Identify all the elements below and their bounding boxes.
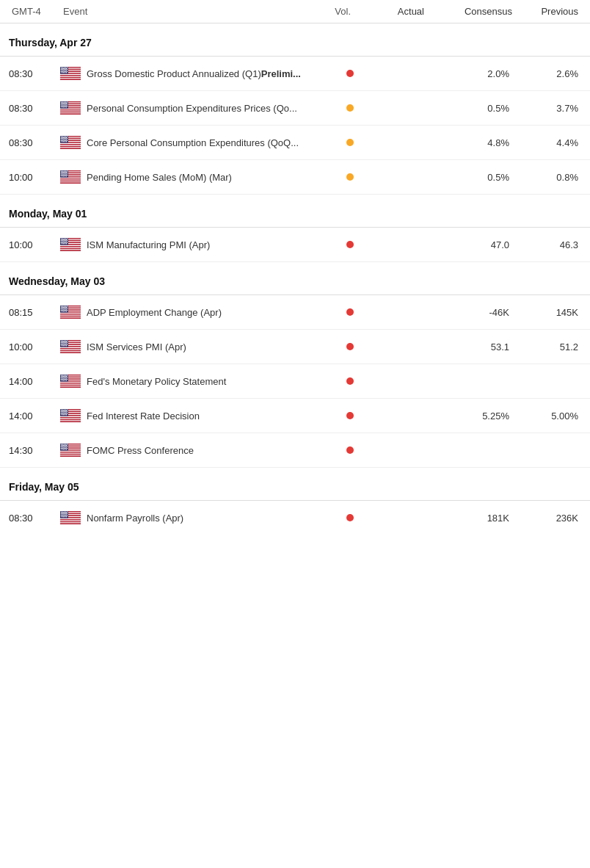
svg-point-70 [63, 104, 64, 105]
svg-point-154 [66, 173, 67, 174]
svg-point-108 [65, 138, 66, 139]
svg-point-179 [62, 239, 63, 239]
svg-point-66 [64, 104, 65, 104]
svg-point-202 [63, 243, 64, 244]
table-row[interactable]: 08:15 [0, 295, 590, 330]
event-time: 08:30 [9, 68, 60, 79]
svg-point-306 [62, 376, 62, 377]
svg-rect-378 [60, 452, 81, 453]
svg-point-261 [62, 341, 63, 341]
svg-point-304 [65, 375, 66, 376]
svg-rect-10 [60, 77, 81, 78]
svg-point-391 [66, 445, 67, 446]
header-previous: Previous [515, 4, 581, 18]
svg-point-389 [63, 445, 64, 446]
svg-point-35 [65, 71, 66, 72]
svg-point-274 [62, 343, 62, 344]
svg-point-398 [63, 446, 64, 447]
svg-point-109 [67, 138, 68, 139]
svg-point-59 [67, 102, 68, 103]
svg-rect-173 [60, 247, 81, 247]
svg-point-285 [65, 345, 65, 346]
svg-point-366 [63, 414, 64, 415]
svg-point-447 [62, 516, 62, 517]
table-row[interactable]: 14:00 [0, 364, 590, 399]
svg-point-279 [62, 344, 63, 345]
svg-rect-9 [60, 76, 81, 76]
us-flag-icon [60, 444, 81, 457]
table-row[interactable]: 08:30 [0, 501, 590, 535]
svg-rect-336 [60, 417, 81, 418]
table-row[interactable]: 14:00 [0, 399, 590, 433]
svg-point-159 [67, 175, 68, 176]
svg-point-364 [67, 413, 68, 414]
svg-point-348 [63, 411, 64, 411]
svg-point-237 [61, 310, 62, 311]
event-title: Fed Interest Rate Decision [87, 411, 317, 422]
svg-rect-254 [60, 348, 81, 349]
event-previous: 3.7% [515, 103, 581, 114]
svg-rect-133 [60, 181, 81, 181]
svg-point-219 [61, 306, 62, 307]
svg-point-184 [63, 239, 64, 240]
table-row[interactable]: 14:30 [0, 433, 590, 468]
svg-point-152 [63, 173, 64, 174]
event-consensus: 4.8% [427, 137, 515, 148]
svg-point-148 [64, 173, 65, 173]
svg-point-406 [62, 449, 62, 449]
svg-point-238 [62, 310, 63, 311]
svg-point-222 [65, 306, 66, 307]
svg-point-392 [61, 446, 62, 446]
svg-point-189 [64, 240, 65, 241]
svg-point-73 [61, 106, 62, 106]
svg-rect-377 [60, 452, 81, 452]
svg-point-62 [65, 103, 65, 104]
svg-point-450 [66, 516, 67, 517]
event-vol [317, 70, 354, 77]
svg-point-55 [61, 102, 62, 103]
svg-rect-420 [60, 521, 81, 522]
event-vol [317, 412, 354, 419]
svg-point-192 [62, 241, 62, 242]
svg-point-22 [66, 68, 67, 69]
svg-rect-212 [60, 313, 81, 314]
svg-point-111 [63, 139, 64, 140]
us-flag-icon [60, 340, 81, 353]
svg-point-78 [62, 106, 62, 107]
svg-point-393 [62, 446, 63, 446]
svg-point-326 [65, 380, 65, 380]
svg-point-303 [64, 375, 65, 376]
table-row[interactable]: 08:30 [0, 126, 590, 160]
svg-point-347 [62, 411, 62, 411]
svg-point-355 [67, 411, 68, 412]
svg-point-28 [62, 70, 62, 70]
svg-point-385 [64, 444, 65, 445]
svg-point-365 [62, 414, 62, 415]
header-actual: Actual [354, 4, 427, 18]
svg-rect-94 [60, 148, 81, 149]
svg-point-277 [66, 343, 67, 344]
svg-point-278 [61, 344, 62, 345]
svg-rect-379 [60, 454, 81, 455]
table-row[interactable]: 08:30 [0, 91, 590, 126]
svg-point-353 [64, 411, 65, 412]
section-header-fri-may-05: Friday, May 05 [0, 468, 590, 501]
table-row[interactable]: 10:00 [0, 160, 590, 195]
volatility-dot [346, 104, 354, 112]
table-row[interactable]: 08:30 [0, 57, 590, 91]
svg-rect-213 [60, 314, 81, 314]
us-flag-icon [60, 409, 81, 422]
svg-point-193 [63, 241, 64, 242]
svg-rect-89 [60, 143, 81, 144]
table-row[interactable]: 10:00 [0, 228, 590, 262]
svg-point-352 [62, 411, 63, 412]
svg-rect-217 [60, 318, 81, 319]
svg-point-409 [66, 449, 67, 449]
svg-point-96 [61, 137, 62, 137]
svg-rect-214 [60, 314, 81, 315]
table-row[interactable]: 10:00 [0, 330, 590, 364]
svg-rect-256 [60, 350, 81, 351]
svg-point-21 [65, 68, 65, 69]
event-name-cell: ISM Services PMI (Apr) [60, 340, 317, 353]
svg-point-276 [65, 343, 65, 344]
